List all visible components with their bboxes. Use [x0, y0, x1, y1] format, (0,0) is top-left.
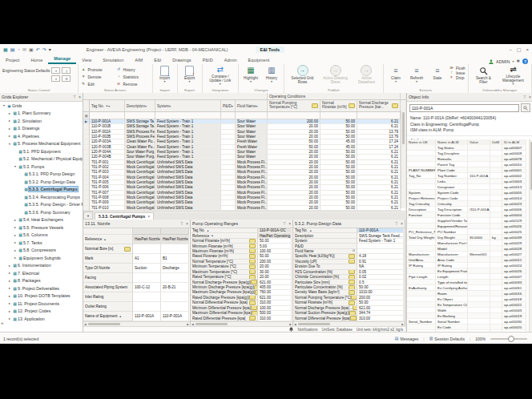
- ribbon-tab-manage[interactable]: Manage: [48, 55, 76, 64]
- pin-icon[interactable]: ⊤: [180, 222, 183, 226]
- attribute-row[interactable]: Pipe LengthLengthap-at00047: [407, 274, 532, 280]
- sidebar-item-10-project-dotb-templates[interactable]: ▸▦10. Project DOTB Templates: [0, 292, 83, 300]
- attribute-row[interactable]: Tag CriticalityCriticalityap-at00023: [407, 201, 532, 207]
- column-header-tag-no-[interactable]: Tag No.▲▾: [90, 100, 125, 111]
- property-value[interactable]: Discharge: [161, 264, 189, 273]
- pin-icon[interactable]: ⊤: [395, 222, 398, 226]
- filter-cell[interactable]: [236, 112, 268, 119]
- tab-close-icon[interactable]: ×: [147, 214, 150, 219]
- sidebar-item-4-pipelines[interactable]: ▸▦4. Pipelines: [0, 132, 83, 140]
- grid-cell[interactable]: Unfinished SWS Data: [155, 206, 221, 211]
- close-icon[interactable]: ×: [79, 95, 81, 99]
- property-value[interactable]: [161, 302, 189, 312]
- button-drop[interactable]: ×Drop: [449, 76, 466, 80]
- scroll-right-icon[interactable]: ▶: [187, 323, 189, 326]
- attribute-row[interactable]: Equipment/Resourceap-at05026: [407, 224, 532, 229]
- button-remove[interactable]: ⊘Remove: [116, 81, 150, 88]
- grid-cell[interactable]: 6.21: [357, 206, 401, 211]
- pin-icon[interactable]: ⊤: [523, 95, 526, 99]
- grid-cell[interactable]: Mock Centrifugal...: [125, 206, 155, 211]
- property-value[interactable]: A1: [133, 254, 161, 264]
- collapse-chevron-icon[interactable]: »: [1, 320, 3, 325]
- close-icon[interactable]: ×: [288, 222, 291, 226]
- sidebar-item-5-7-tanks[interactable]: ▸▦5.7. Tanks: [0, 239, 83, 247]
- scroll-right-icon[interactable]: ▶: [401, 323, 404, 326]
- attribute-row[interactable]: Supplier/Vendor Tagap-at00129: [407, 218, 532, 224]
- property-value[interactable]: [133, 273, 161, 283]
- property-value[interactable]: Suction: [133, 264, 161, 273]
- close-icon[interactable]: ×: [526, 47, 529, 52]
- property-value[interactable]: [161, 273, 189, 283]
- button-claim[interactable]: ≡Claim▾: [386, 65, 405, 87]
- session-defaults-button[interactable]: ▥Session Defaults: [429, 337, 465, 341]
- property-value[interactable]: HasPart Nozzle: [161, 235, 189, 244]
- sidebar-item-7-electrical[interactable]: ▸▦7. Electrical: [0, 269, 83, 277]
- button-selected-grid-rows[interactable]: →Selected Grid Rows: [287, 65, 318, 87]
- sidebar-item-11-project-documents[interactable]: ▸▦11. Project Documents: [0, 300, 83, 308]
- filter-cell[interactable]: [90, 112, 125, 119]
- sidebar-item-1-plant-summary[interactable]: ▸▦1. Plant Summary: [0, 110, 83, 118]
- property-value[interactable]: [133, 302, 161, 312]
- attribute-row[interactable]: PLANT NUMBERPlant Codeap-at00001: [407, 167, 532, 173]
- attribute-row[interactable]: Ex Codeap-at00020: [407, 324, 532, 330]
- property-value[interactable]: 110-P-001A: [161, 312, 189, 321]
- attribute-row[interactable]: FunctionFunction Codeap-at00004: [407, 212, 532, 218]
- property-value[interactable]: [133, 292, 161, 302]
- property-value[interactable]: [161, 292, 189, 302]
- attribute-row[interactable]: SystemSystem Codeap-at00005: [407, 190, 532, 195]
- attribute-row[interactable]: Linksap-at10003: [407, 179, 532, 184]
- search-button[interactable]: [521, 103, 530, 112]
- attribute-row[interactable]: Manufacturer Part Nu...ap-at00029: [407, 240, 532, 246]
- ribbon-tab-equipment[interactable]: Equipment: [243, 57, 276, 64]
- ribbon-tab-p-id[interactable]: P&ID: [197, 57, 219, 64]
- sidebar-item-12-project-codes[interactable]: ▸▦12. Project Codes: [0, 308, 83, 316]
- ribbon-tab-drawings[interactable]: Drawings: [167, 57, 196, 64]
- sidebar-item-5-3-6-pump-summary[interactable]: ▦5.3.6. Pump Summary: [0, 208, 83, 216]
- status-default-tool-2[interactable]: ⚒: [62, 75, 71, 82]
- button-import[interactable]: ↓Import▾: [155, 65, 175, 87]
- select-all-cell[interactable]: [83, 100, 90, 111]
- unit-sets-label[interactable]: Unit sets: kA/g/mm2.s2, kg/s: [357, 328, 403, 332]
- column-header-normal-discharge-pressure-bar-[interactable]: Normal Discharge Pressure [bar...: [357, 100, 401, 111]
- sidebar-item-13-application[interactable]: ▸▦13. Application: [0, 315, 83, 323]
- ribbon-tab-home[interactable]: Home: [25, 57, 48, 64]
- zoom-slider-knob[interactable]: [508, 336, 514, 342]
- property-value[interactable]: [161, 244, 189, 254]
- attribute-row[interactable]: Ex Equipment Protec...ap-at00026: [407, 268, 532, 274]
- property-value[interactable]: [133, 244, 161, 254]
- button-search-filter[interactable]: Search & Filter: [471, 65, 496, 87]
- zoom-slider[interactable]: [490, 338, 527, 340]
- attribute-row[interactable]: Parent Tagap-at00010: [407, 162, 532, 167]
- filter-caret-icon[interactable]: ▾: [232, 104, 233, 108]
- property-label[interactable]: Reference▲: [83, 235, 133, 244]
- user-caret-icon[interactable]: ▾: [512, 59, 514, 63]
- status-default-combo-1[interactable]: ▾: [51, 67, 60, 74]
- table-row-701-p-010[interactable]: 701-P-010Mock Centrifugal...Unfinished S…: [83, 206, 405, 211]
- column-header-description[interactable]: Description▾: [125, 100, 155, 111]
- sidebar-item-5-process-mechanical-equipment[interactable]: ▾▦5. Process Mechanical Equipment: [0, 140, 83, 148]
- sidebar-item-5-8-compressors[interactable]: ▸▦5.8. Compressors: [0, 247, 83, 255]
- close-icon[interactable]: ×: [529, 95, 531, 99]
- property-label[interactable]: Rated Differential Pressure [kpa]: [191, 316, 258, 320]
- unisets-label[interactable]: UniSets: Database: [321, 328, 352, 332]
- object-search-input[interactable]: 110-P-001A: [409, 104, 519, 112]
- filter-cell[interactable]: [320, 112, 357, 119]
- property-label[interactable]: Name of Equipment▲: [83, 312, 133, 321]
- property-value[interactable]: 20-B-21: [161, 283, 189, 292]
- property-label[interactable]: Type Of Nozzle: [83, 264, 133, 273]
- property-label[interactable]: Mark: [83, 254, 133, 264]
- dock-menu-icon[interactable]: ▼: [83, 212, 93, 220]
- sidebar-item-5-3-2-pump-design-data[interactable]: ▦5.3.2. Pump Design Data: [0, 178, 83, 186]
- filter-caret-icon[interactable]: ▾: [256, 104, 258, 108]
- scroll-right-icon[interactable]: ▶: [289, 323, 292, 326]
- ribbon-tab-aim[interactable]: AIM: [129, 57, 148, 64]
- sidebar-item-5-3-5-pump-design-driver-req[interactable]: ▦5.3.5. Pump Design - Driver Req: [0, 201, 83, 209]
- attribute-row[interactable]: IP RatingIP Ratingap-at00024: [407, 263, 532, 268]
- property-value[interactable]: HasPart Nozzle: [133, 235, 161, 244]
- attribute-row[interactable]: Type of installed itemap-at00033: [407, 280, 532, 285]
- sidebar-item-5-6-columns[interactable]: ▸▦5.6. Columns: [0, 232, 83, 240]
- grid-cell[interactable]: 20.00: [268, 206, 320, 211]
- attribute-row[interactable]: Unit/AreaArea Codeap-at00012: [407, 257, 532, 263]
- messages-button[interactable]: ▤Messages: [395, 337, 419, 341]
- ribbon-tab-simulation[interactable]: Simulation: [97, 57, 129, 64]
